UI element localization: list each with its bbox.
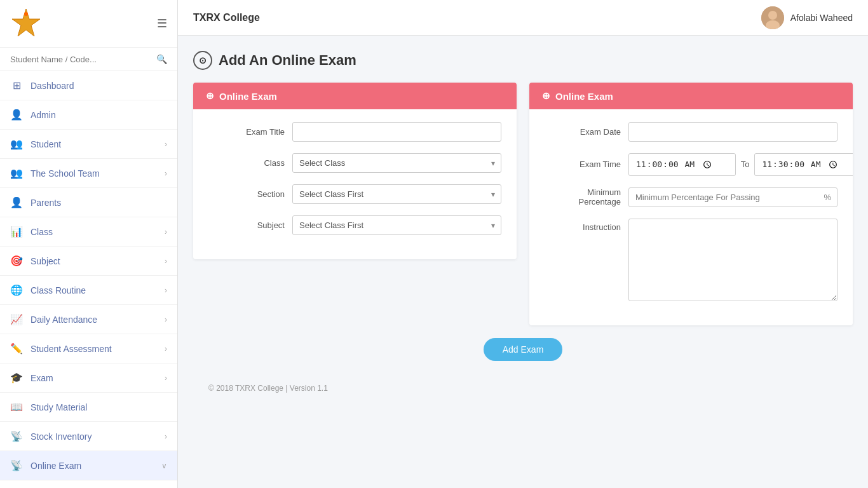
logo-icon <box>10 8 42 39</box>
right-card-body: Exam Date Exam Time To <box>529 109 853 325</box>
sidebar-item-label: Online Exam <box>31 461 154 471</box>
sidebar-item-online-exam[interactable]: 📡 Online Exam ∨ <box>0 451 177 480</box>
sidebar-item-school-team[interactable]: 👥 The School Team › <box>0 159 177 188</box>
subject-row: Subject Select Class First ▾ <box>208 215 501 235</box>
right-card-header: ⊕ Online Exam <box>529 83 853 109</box>
page-title: Add An Online Exam <box>219 52 356 69</box>
instruction-row: Instruction <box>545 219 837 301</box>
exam-title-label: Exam Title <box>208 127 285 137</box>
exam-title-input[interactable] <box>292 122 501 142</box>
exam-time-row: Exam Time To <box>545 153 837 176</box>
left-card-title: Online Exam <box>219 91 277 102</box>
sidebar-item-label: Stock Inventory <box>31 431 157 442</box>
section-select[interactable]: Select Class First <box>292 184 501 204</box>
avatar-image <box>761 6 784 29</box>
study-material-icon: 📖 <box>10 401 23 413</box>
exam-date-label: Exam Date <box>545 127 621 137</box>
time-from-wrap <box>628 153 736 176</box>
sidebar-item-label: Class Routine <box>31 285 157 295</box>
exam-date-input[interactable] <box>628 122 837 142</box>
online-exam-icon: 📡 <box>10 459 23 471</box>
chevron-right-icon: › <box>165 432 167 441</box>
add-exam-button[interactable]: Add Exam <box>484 338 563 361</box>
sidebar: ☰ 🔍 ⊞ Dashboard 👤 Admin 👥 Student › 👥 Th… <box>0 0 178 488</box>
sidebar-item-admin[interactable]: 👤 Admin <box>0 100 177 130</box>
chevron-right-icon: › <box>165 374 167 383</box>
sidebar-search-bar[interactable]: 🔍 <box>0 48 177 71</box>
subject-label: Subject <box>208 220 285 230</box>
sidebar-item-label: Student Assessment <box>31 344 157 354</box>
chevron-down-icon: ∨ <box>161 461 167 470</box>
parents-icon: 👤 <box>10 196 23 208</box>
svg-point-3 <box>768 11 777 20</box>
search-input[interactable] <box>10 55 156 64</box>
sidebar-item-parents[interactable]: 👤 Parents <box>0 188 177 217</box>
chevron-right-icon: › <box>165 227 167 236</box>
right-form-card: ⊕ Online Exam Exam Date Exam Time <box>529 83 853 325</box>
exam-time-label: Exam Time <box>545 159 621 169</box>
sidebar-item-student-assessment[interactable]: ✏️ Student Assessment › <box>0 334 177 363</box>
chevron-right-icon: › <box>165 315 167 324</box>
sidebar-item-class-routine[interactable]: 🌐 Class Routine › <box>0 276 177 305</box>
class-icon: 📊 <box>10 226 23 238</box>
sidebar-item-label: Parents <box>31 198 167 208</box>
sidebar-item-daily-attendance[interactable]: 📈 Daily Attendance › <box>0 305 177 334</box>
sidebar-item-label: Class <box>31 227 157 237</box>
exam-time-to-input[interactable] <box>754 153 853 176</box>
chevron-right-icon: › <box>165 286 167 295</box>
sidebar-item-student[interactable]: 👥 Student › <box>0 130 177 159</box>
sidebar-item-study-material[interactable]: 📖 Study Material <box>0 393 177 422</box>
footer: © 2018 TXRX College | Version 1.1 <box>193 374 853 403</box>
sidebar-item-subject[interactable]: 🎯 Subject › <box>0 247 177 276</box>
section-select-wrapper: Select Class First ▾ <box>292 184 501 204</box>
dashboard-icon: ⊞ <box>10 79 23 92</box>
exam-title-row: Exam Title <box>208 122 501 142</box>
chevron-right-icon: › <box>165 344 167 353</box>
chevron-right-icon: › <box>165 140 167 149</box>
sidebar-item-label: Dashboard <box>31 81 167 91</box>
sidebar-item-label: Admin <box>31 110 167 120</box>
main-content: TXRX College Afolabi Waheed ⊙ Add An Onl… <box>178 0 868 488</box>
class-row: Class Select Class ▾ <box>208 153 501 173</box>
sidebar-item-label: Daily Attendance <box>31 315 157 325</box>
student-icon: 👥 <box>10 138 23 150</box>
search-icon: 🔍 <box>156 54 167 64</box>
section-row: Section Select Class First ▾ <box>208 184 501 204</box>
exam-time-from-input[interactable] <box>628 153 736 176</box>
form-grid: ⊕ Online Exam Exam Title Class Selec <box>193 83 853 325</box>
page-content: ⊙ Add An Online Exam ⊕ Online Exam Exam … <box>178 36 868 488</box>
sidebar-item-label: Exam <box>31 373 157 383</box>
sidebar-item-dashboard[interactable]: ⊞ Dashboard <box>0 71 177 100</box>
left-card-header: ⊕ Online Exam <box>193 83 517 109</box>
class-label: Class <box>208 158 285 168</box>
class-select-wrapper: Select Class ▾ <box>292 153 501 173</box>
hamburger-icon[interactable]: ☰ <box>157 17 167 30</box>
subject-select[interactable]: Select Class First <box>292 215 501 235</box>
left-form-card: ⊕ Online Exam Exam Title Class Selec <box>193 83 517 259</box>
class-select[interactable]: Select Class <box>292 153 501 173</box>
plus-icon: ⊕ <box>542 90 550 102</box>
subject-icon: 🎯 <box>10 255 23 267</box>
app-title: TXRX College <box>193 12 260 24</box>
chevron-right-icon: › <box>165 257 167 266</box>
sidebar-item-exam[interactable]: 🎓 Exam › <box>0 363 177 393</box>
sidebar-nav: ⊞ Dashboard 👤 Admin 👥 Student › 👥 The Sc… <box>0 71 177 488</box>
sidebar-item-class[interactable]: 📊 Class › <box>0 217 177 247</box>
right-card-title: Online Exam <box>555 91 613 102</box>
sidebar-item-label: The School Team <box>31 168 157 179</box>
page-heading-icon: ⊙ <box>193 51 212 70</box>
instruction-textarea[interactable] <box>628 219 837 301</box>
subject-select-wrapper: Select Class First ▾ <box>292 215 501 235</box>
sidebar-item-label: Study Material <box>31 402 167 412</box>
plus-icon: ⊕ <box>206 90 214 102</box>
time-to-wrap <box>754 153 853 176</box>
min-pct-input[interactable] <box>628 187 837 207</box>
chevron-right-icon: › <box>165 169 167 178</box>
min-pct-label: Minimum Percentage <box>545 187 621 207</box>
pct-unit-label: % <box>824 193 831 202</box>
topbar: TXRX College Afolabi Waheed <box>178 0 868 36</box>
exam-icon: 🎓 <box>10 372 23 384</box>
sidebar-item-stock-inventory[interactable]: 📡 Stock Inventory › <box>0 422 177 451</box>
svg-point-1 <box>24 12 28 16</box>
sidebar-item-label: Subject <box>31 256 157 266</box>
